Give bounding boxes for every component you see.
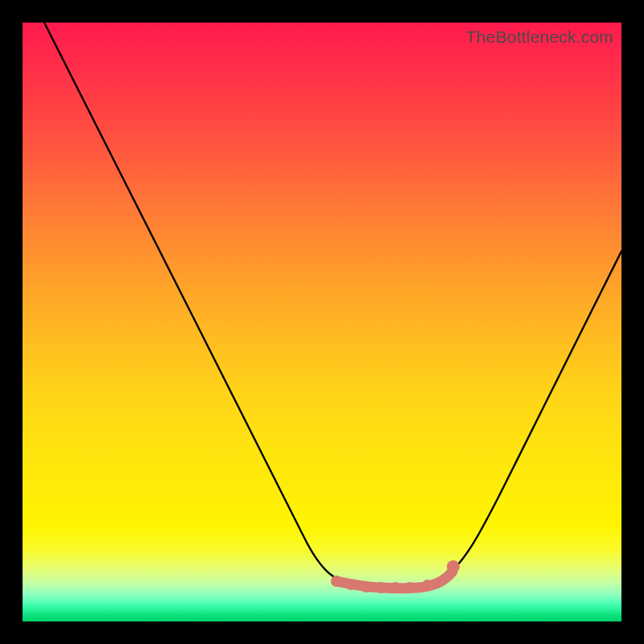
chart-frame: TheBottleneck.com — [0, 0, 644, 644]
marker-dot — [361, 581, 372, 592]
bottleneck-curve-svg — [23, 23, 621, 621]
marker-dot — [404, 582, 415, 593]
marker-dot — [390, 582, 401, 593]
watermark-text: TheBottleneck.com — [466, 27, 613, 47]
marker-dot — [422, 580, 433, 591]
marker-dot — [375, 582, 386, 593]
bottleneck-curve-line — [44, 23, 621, 588]
marker-dot — [345, 579, 357, 590]
marker-dot — [447, 560, 460, 573]
marker-dot — [331, 576, 342, 587]
plot-area: TheBottleneck.com — [23, 23, 621, 621]
